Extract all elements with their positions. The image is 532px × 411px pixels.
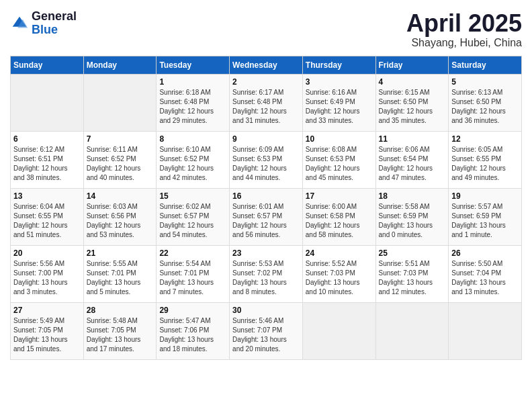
calendar-cell: 16Sunrise: 6:01 AM Sunset: 6:57 PM Dayli… [230,188,303,245]
calendar-cell: 20Sunrise: 5:56 AM Sunset: 7:00 PM Dayli… [11,245,84,302]
day-info: Sunrise: 6:08 AM Sunset: 6:53 PM Dayligh… [306,145,373,183]
day-info: Sunrise: 5:50 AM Sunset: 7:04 PM Dayligh… [451,259,519,297]
day-number: 13 [13,191,81,201]
calendar-cell: 2Sunrise: 6:17 AM Sunset: 6:48 PM Daylig… [230,74,303,131]
day-info: Sunrise: 6:17 AM Sunset: 6:48 PM Dayligh… [232,88,300,126]
day-number: 14 [87,191,154,201]
day-info: Sunrise: 6:03 AM Sunset: 6:56 PM Dayligh… [87,202,154,240]
day-number: 5 [451,77,519,87]
day-info: Sunrise: 6:05 AM Sunset: 6:55 PM Dayligh… [451,145,519,183]
day-number: 16 [232,191,300,201]
calendar-cell: 13Sunrise: 6:04 AM Sunset: 6:55 PM Dayli… [11,188,84,245]
day-info: Sunrise: 6:01 AM Sunset: 6:57 PM Dayligh… [232,202,300,240]
calendar-cell: 11Sunrise: 6:06 AM Sunset: 6:54 PM Dayli… [375,131,449,188]
calendar-week-2: 6Sunrise: 6:12 AM Sunset: 6:51 PM Daylig… [11,131,522,188]
day-info: Sunrise: 6:15 AM Sunset: 6:50 PM Dayligh… [379,88,446,126]
day-number: 6 [13,134,81,144]
logo: General Blue [10,10,77,37]
day-number: 27 [13,306,81,315]
day-number: 22 [159,248,226,258]
day-info: Sunrise: 5:56 AM Sunset: 7:00 PM Dayligh… [13,259,81,297]
day-info: Sunrise: 6:10 AM Sunset: 6:52 PM Dayligh… [159,145,226,183]
day-info: Sunrise: 6:16 AM Sunset: 6:49 PM Dayligh… [306,88,373,126]
calendar-header-row: SundayMondayTuesdayWednesdayThursdayFrid… [11,56,522,74]
day-info: Sunrise: 5:49 AM Sunset: 7:05 PM Dayligh… [13,316,81,354]
day-number: 30 [232,306,300,315]
logo-blue: Blue [32,24,77,37]
calendar-week-4: 20Sunrise: 5:56 AM Sunset: 7:00 PM Dayli… [11,245,522,302]
calendar-cell: 19Sunrise: 5:57 AM Sunset: 6:59 PM Dayli… [449,188,522,245]
logo-icon [10,14,29,33]
logo-general: General [32,10,77,24]
day-info: Sunrise: 6:13 AM Sunset: 6:50 PM Dayligh… [451,88,519,126]
day-info: Sunrise: 6:18 AM Sunset: 6:48 PM Dayligh… [159,88,226,126]
calendar-table: SundayMondayTuesdayWednesdayThursdayFrid… [10,56,522,360]
day-info: Sunrise: 5:48 AM Sunset: 7:05 PM Dayligh… [87,316,154,354]
calendar-cell: 5Sunrise: 6:13 AM Sunset: 6:50 PM Daylig… [449,74,522,131]
calendar-cell: 10Sunrise: 6:08 AM Sunset: 6:53 PM Dayli… [302,131,375,188]
day-header-wednesday: Wednesday [230,56,303,74]
calendar-week-3: 13Sunrise: 6:04 AM Sunset: 6:55 PM Dayli… [11,188,522,245]
day-number: 2 [232,77,300,87]
day-info: Sunrise: 5:55 AM Sunset: 7:01 PM Dayligh… [87,259,154,297]
calendar-cell: 24Sunrise: 5:52 AM Sunset: 7:03 PM Dayli… [302,245,375,302]
calendar-cell [11,74,84,131]
page-header: General Blue April 2025 Shayang, Hubei, … [10,10,522,49]
calendar-cell: 3Sunrise: 6:16 AM Sunset: 6:49 PM Daylig… [302,74,375,131]
calendar-cell [375,302,449,359]
day-info: Sunrise: 5:53 AM Sunset: 7:02 PM Dayligh… [232,259,300,297]
calendar-cell: 1Sunrise: 6:18 AM Sunset: 6:48 PM Daylig… [157,74,230,131]
day-number: 10 [306,134,373,144]
day-number: 28 [87,306,154,315]
day-header-sunday: Sunday [11,56,84,74]
day-number: 4 [379,77,446,87]
day-info: Sunrise: 5:57 AM Sunset: 6:59 PM Dayligh… [451,202,519,240]
calendar-cell: 22Sunrise: 5:54 AM Sunset: 7:01 PM Dayli… [157,245,230,302]
day-number: 20 [13,248,81,258]
day-info: Sunrise: 6:12 AM Sunset: 6:51 PM Dayligh… [13,145,81,183]
day-info: Sunrise: 5:51 AM Sunset: 7:03 PM Dayligh… [379,259,446,297]
calendar-week-5: 27Sunrise: 5:49 AM Sunset: 7:05 PM Dayli… [11,302,522,359]
day-number: 26 [451,248,519,258]
day-header-thursday: Thursday [302,56,375,74]
calendar-cell: 7Sunrise: 6:11 AM Sunset: 6:52 PM Daylig… [83,131,157,188]
day-number: 18 [379,191,446,201]
day-number: 17 [306,191,373,201]
calendar-week-1: 1Sunrise: 6:18 AM Sunset: 6:48 PM Daylig… [11,74,522,131]
day-number: 29 [159,306,226,315]
calendar-cell: 4Sunrise: 6:15 AM Sunset: 6:50 PM Daylig… [375,74,449,131]
calendar-cell: 21Sunrise: 5:55 AM Sunset: 7:01 PM Dayli… [83,245,157,302]
day-header-saturday: Saturday [449,56,522,74]
day-info: Sunrise: 6:09 AM Sunset: 6:53 PM Dayligh… [232,145,300,183]
day-number: 24 [306,248,373,258]
day-number: 23 [232,248,300,258]
calendar-cell [449,302,522,359]
calendar-cell: 17Sunrise: 6:00 AM Sunset: 6:58 PM Dayli… [302,188,375,245]
calendar-cell: 23Sunrise: 5:53 AM Sunset: 7:02 PM Dayli… [230,245,303,302]
calendar-cell: 27Sunrise: 5:49 AM Sunset: 7:05 PM Dayli… [11,302,84,359]
day-number: 11 [379,134,446,144]
day-info: Sunrise: 5:52 AM Sunset: 7:03 PM Dayligh… [306,259,373,297]
calendar-cell: 9Sunrise: 6:09 AM Sunset: 6:53 PM Daylig… [230,131,303,188]
calendar-cell: 29Sunrise: 5:47 AM Sunset: 7:06 PM Dayli… [157,302,230,359]
day-number: 19 [451,191,519,201]
calendar-cell: 18Sunrise: 5:58 AM Sunset: 6:59 PM Dayli… [375,188,449,245]
calendar-cell: 26Sunrise: 5:50 AM Sunset: 7:04 PM Dayli… [449,245,522,302]
day-info: Sunrise: 6:02 AM Sunset: 6:57 PM Dayligh… [159,202,226,240]
day-number: 8 [159,134,226,144]
day-info: Sunrise: 5:47 AM Sunset: 7:06 PM Dayligh… [159,316,226,354]
day-header-tuesday: Tuesday [157,56,230,74]
day-number: 15 [159,191,226,201]
calendar-cell: 25Sunrise: 5:51 AM Sunset: 7:03 PM Dayli… [375,245,449,302]
day-info: Sunrise: 6:04 AM Sunset: 6:55 PM Dayligh… [13,202,81,240]
calendar-cell [83,74,157,131]
day-number: 9 [232,134,300,144]
month-title: April 2025 [406,10,522,37]
day-number: 7 [87,134,154,144]
day-info: Sunrise: 6:11 AM Sunset: 6:52 PM Dayligh… [87,145,154,183]
day-number: 25 [379,248,446,258]
title-area: April 2025 Shayang, Hubei, China [406,10,522,49]
day-number: 21 [87,248,154,258]
calendar-cell: 28Sunrise: 5:48 AM Sunset: 7:05 PM Dayli… [83,302,157,359]
calendar-cell: 14Sunrise: 6:03 AM Sunset: 6:56 PM Dayli… [83,188,157,245]
